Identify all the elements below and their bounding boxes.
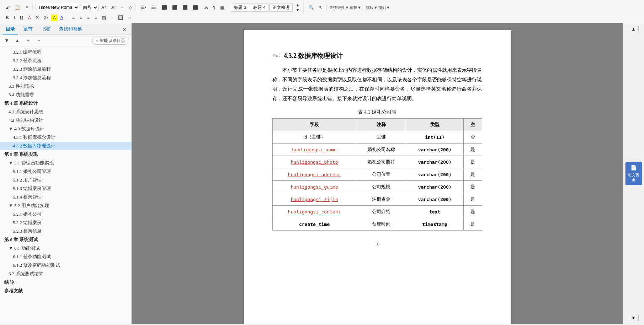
eraser-btn[interactable]: ◇ bbox=[127, 4, 134, 11]
toc-item-5-1-3[interactable]: 5.1.3 结婚案例管理 bbox=[0, 184, 131, 193]
toc-item-6-1-2[interactable]: 6.1.2 修改密码功能测试 bbox=[0, 261, 131, 270]
heading3-btn[interactable]: 标题 3 bbox=[231, 4, 249, 12]
toc-item-5-2-1[interactable]: 5.2.1 婚礼公司 bbox=[0, 210, 131, 218]
italic-btn[interactable]: I bbox=[12, 14, 17, 21]
font-color-btn[interactable]: A bbox=[26, 14, 33, 21]
col-layout-btn[interactable]: ▤ bbox=[100, 14, 108, 21]
toc-item-5-1-2[interactable]: 5.1.2 用户管理 bbox=[0, 176, 131, 184]
toc-item-6-1-1[interactable]: 6.1.1 登录功能测试 bbox=[0, 253, 131, 261]
toc-item-end1[interactable]: 结 论 bbox=[0, 278, 131, 287]
cell-field-5: hunligongsi_zijin bbox=[272, 193, 356, 206]
align-center-btn[interactable]: ⬛ bbox=[170, 4, 180, 11]
paper-review-btn[interactable]: 📄 论文查重 bbox=[625, 162, 642, 186]
toc-item-3-2-1[interactable]: 3.2.1 编程流程 bbox=[0, 48, 131, 56]
clear-format-btn[interactable]: ≈ bbox=[119, 4, 126, 11]
tab-toc[interactable]: 目录 bbox=[3, 25, 18, 34]
font-family-select[interactable]: Times New Roma bbox=[36, 4, 79, 11]
styles-group: 标题 3 标题 4 正文缩进 ▲▼ bbox=[229, 1, 304, 13]
toc-add-btn[interactable]: ＋ bbox=[23, 36, 33, 45]
toc-item-4-1[interactable]: 4.1 系统设计思想 bbox=[0, 108, 131, 116]
toc-item-6-1[interactable]: ▼ 6.1 功能测试 bbox=[0, 244, 131, 253]
increase-font-btn[interactable]: A⁺ bbox=[99, 4, 108, 11]
tab-chapter[interactable]: 章节 bbox=[21, 25, 36, 34]
smart-toc-btn[interactable]: ○ 智能识别目录 bbox=[92, 37, 129, 45]
border-shading-btn[interactable]: ▦ bbox=[218, 4, 226, 11]
align-right-btn[interactable]: ⬛ bbox=[180, 4, 190, 11]
toc-item-5-1-4[interactable]: 5.1.4 相亲管理 bbox=[0, 193, 131, 201]
subscript-btn[interactable]: X₂ bbox=[42, 14, 50, 21]
toc-item-4-3-1[interactable]: 4.3.1 数据库概念设计 bbox=[0, 133, 131, 142]
cell-comment-3: 公司位置 bbox=[356, 168, 406, 181]
toc-item-3-3[interactable]: 3.3 性能需求 bbox=[0, 82, 131, 91]
normal-indent-btn[interactable]: 正文缩进 bbox=[269, 4, 293, 12]
cell-type-2: varchar(200) bbox=[406, 156, 464, 168]
toc-item-3-2-4[interactable]: 3.2.4 添加信息流程 bbox=[0, 74, 131, 82]
font-group: Times New Roma 四号 三号 小四 A⁺ A⁻ ≈ ◇ bbox=[34, 4, 136, 11]
scroll-down-btn[interactable]: ▼ bbox=[629, 315, 639, 321]
toc-item-4[interactable]: 第 4 章 系统设计 bbox=[0, 99, 131, 108]
toc-item-6[interactable]: 第 6 章 系统测试 bbox=[0, 235, 131, 244]
toc-item-5-2[interactable]: ▼ 5.2 用户功能实现 bbox=[0, 201, 131, 210]
tab-find-replace[interactable]: 查找和替换 bbox=[56, 25, 85, 34]
justify-btn[interactable]: ⬛ bbox=[191, 4, 200, 11]
align-center2-btn[interactable]: ≡ bbox=[78, 14, 84, 21]
justify2-btn[interactable]: ≡ bbox=[92, 14, 99, 21]
toc-item-3-2-2[interactable]: 3.2.2 登录流程 bbox=[0, 56, 131, 65]
sort-label: 排版▼ bbox=[366, 5, 378, 10]
cell-type-6: text bbox=[406, 206, 464, 218]
toc-item-4-2[interactable]: 4.2 功能结构设计 bbox=[0, 116, 131, 125]
paste-btn[interactable]: 📋 bbox=[13, 4, 22, 11]
paragraph-group: ☰• ☰₁ ⬛ ⬛ ⬛ ⬛ ↕A ¶ ▦ bbox=[137, 4, 228, 11]
format-brush-btn[interactable]: 🖌 bbox=[4, 4, 12, 11]
strikethrough-btn[interactable]: S bbox=[34, 14, 41, 21]
select-icon-btn[interactable]: ↖ bbox=[317, 4, 325, 11]
border2-btn[interactable]: □ bbox=[126, 14, 133, 21]
toc-item-5-2-2[interactable]: 5.2.2 结婚案例 bbox=[0, 218, 131, 227]
sidebar-close-btn[interactable]: ✕ bbox=[120, 26, 128, 34]
document-page: H₆ ⁚⁚ 4.3.2 数据库物理设计 本小节主要任务即是根据上述内容进行数据存… bbox=[244, 30, 511, 324]
decrease-font-btn[interactable]: A⁻ bbox=[109, 4, 118, 11]
paragraph-mark-btn[interactable]: ¶ bbox=[211, 4, 217, 11]
toc-item-6-2[interactable]: 6.2 系统测试结果 bbox=[0, 270, 131, 278]
text-format-group: B I U A S X₂ A A bbox=[2, 14, 67, 21]
toc-item-5-1[interactable]: ▼ 5.1 管理员功能实现 bbox=[0, 159, 131, 167]
align-right2-btn[interactable]: ≡ bbox=[85, 14, 92, 21]
review-label: 论文查重 bbox=[627, 172, 640, 183]
table-row: hunligongsi_address公司位置varchar(200)是 bbox=[272, 168, 482, 181]
bold-btn[interactable]: B bbox=[4, 14, 11, 21]
styles-arrow-btn[interactable]: ▲▼ bbox=[293, 1, 302, 13]
toc-item-3-2-3[interactable]: 3.2.3 删除信息流程 bbox=[0, 65, 131, 74]
shading2-btn[interactable]: 🔲 bbox=[116, 14, 126, 21]
search-icon-btn[interactable]: 🔍 bbox=[307, 4, 316, 11]
align-left-btn[interactable]: ⬛ bbox=[160, 4, 169, 11]
scroll-up-btn[interactable]: ▲ bbox=[629, 26, 639, 32]
font-size-select[interactable]: 四号 三号 小四 bbox=[80, 4, 99, 11]
heading4-btn[interactable]: 标题 4 bbox=[250, 4, 268, 12]
toc-item-3-4[interactable]: 3.4 功能需求 bbox=[0, 91, 131, 99]
cell-field-3: hunligongsi_address bbox=[272, 168, 356, 181]
toc-up-btn[interactable]: ▲ bbox=[13, 37, 22, 44]
format-group: 🖌 📋 ✕ bbox=[2, 4, 33, 11]
toc-item-5-2-3[interactable]: 5.2.3 相亲信息 bbox=[0, 227, 131, 235]
table-row: hunligongsi_photo婚礼公司照片varchar(200)是 bbox=[272, 156, 482, 168]
underline-btn[interactable]: U bbox=[18, 14, 25, 21]
highlight-btn[interactable]: A bbox=[51, 15, 58, 21]
line-spacing-btn[interactable]: ↕ bbox=[109, 14, 115, 21]
toc-item-5[interactable]: 第 5 章 系统实现 bbox=[0, 150, 131, 159]
toc-item-4-3-2[interactable]: 4.3.2 数据库物理设计 bbox=[0, 142, 131, 150]
cell-comment-7: 创建时间 bbox=[356, 218, 406, 231]
align-left2-btn[interactable]: ≡ bbox=[70, 14, 77, 21]
list-ordered-btn[interactable]: ☰₁ bbox=[149, 4, 159, 11]
toc-item-5-1-1[interactable]: 5.1.1 婚礼公司管理 bbox=[0, 167, 131, 176]
list-unordered-btn[interactable]: ☰• bbox=[139, 4, 148, 11]
toc-remove-btn[interactable]: － bbox=[34, 36, 43, 45]
tab-bookmark[interactable]: 书签 bbox=[38, 25, 53, 34]
underline-color-btn[interactable]: A bbox=[58, 14, 65, 21]
document-area[interactable]: H₆ ⁚⁚ 4.3.2 数据库物理设计 本小节主要任务即是根据上述内容进行数据存… bbox=[132, 23, 623, 324]
toc-dropdown-btn[interactable]: ▼ bbox=[2, 37, 11, 44]
toc-item-4-3[interactable]: ▼ 4.3 数据库设计 bbox=[0, 125, 131, 133]
section-handle[interactable]: H₆ ⁚⁚ bbox=[272, 53, 282, 59]
toc-item-end2[interactable]: 参考文献 bbox=[0, 287, 131, 295]
sort-az-btn[interactable]: ↕A bbox=[201, 4, 210, 11]
delete-btn[interactable]: ✕ bbox=[23, 4, 31, 11]
